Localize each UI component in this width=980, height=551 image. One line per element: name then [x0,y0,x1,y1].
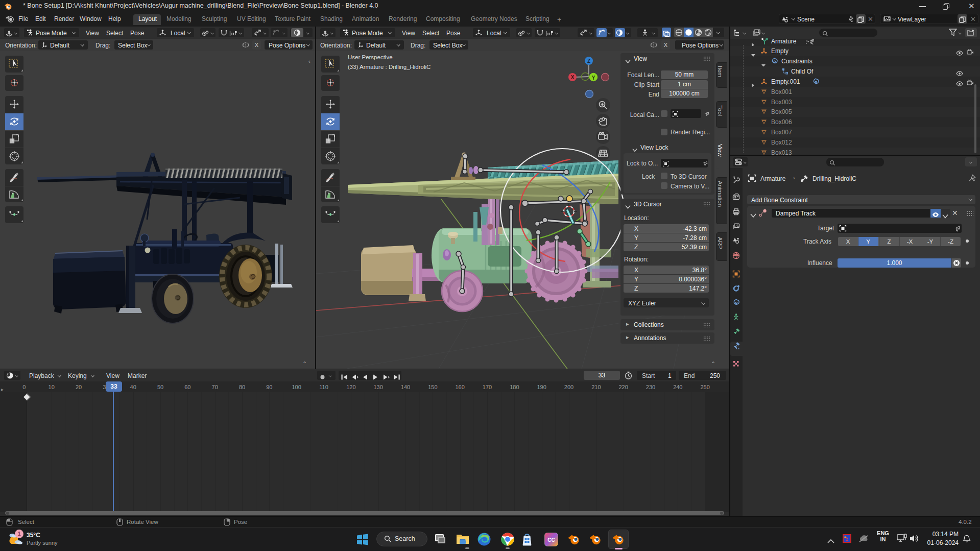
svg-text:Y: Y [592,75,595,81]
svg-text:X: X [571,75,575,80]
svg-text:CC: CC [547,537,555,543]
svg-text:Z: Z [587,58,590,64]
